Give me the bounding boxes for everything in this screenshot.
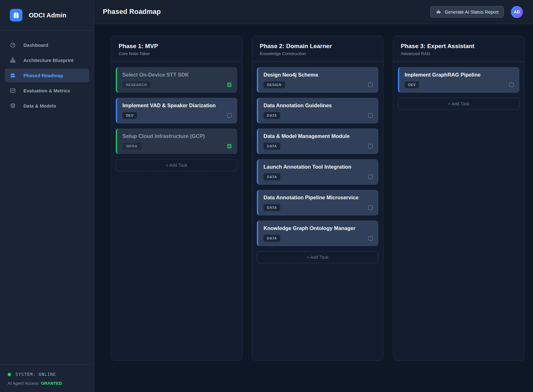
sitemap-icon [10, 57, 16, 63]
generate-button-label: Generate AI Status Report [445, 9, 499, 15]
sidebar-item-evaluation-metrics[interactable]: Evaluation & Metrics [5, 84, 89, 97]
phase-subtitle: Advanced RAG [401, 51, 517, 56]
task-meta: DESIGN [263, 81, 373, 88]
task-tag: DESIGN [263, 81, 285, 88]
phase-subtitle: Knowledge Construction [260, 51, 375, 56]
task-meta: DEV [122, 112, 232, 119]
task-title: Data Annotation Pipeline Microservice [263, 195, 373, 201]
add-task-button[interactable]: + Add Task [257, 251, 378, 263]
task-tag: DEV [122, 112, 137, 119]
task-meta: DATA [263, 143, 373, 150]
database-icon [10, 103, 16, 109]
topbar: Phased Roadmap Generate AI Status Re [94, 0, 533, 24]
column-body: Design Neo4j Schema DESIGN Data Annotati… [252, 62, 383, 269]
task-card[interactable]: Data Annotation Guidelines DATA [257, 98, 378, 123]
brain-logo-icon [10, 9, 22, 22]
roadmap-board: Phase 1: MVP Core Note-Taker Select On-D… [94, 24, 533, 392]
system-status-text: SYSTEM: ONLINE [15, 372, 56, 377]
task-card[interactable]: Launch Annotation Tool Integration DATA [257, 159, 378, 185]
task-meta: DATA [263, 173, 373, 180]
task-tag: RESEARCH [122, 81, 151, 88]
task-card[interactable]: Data Annotation Pipeline Microservice DA… [257, 190, 378, 215]
task-checkbox[interactable] [227, 83, 232, 87]
task-checkbox[interactable] [368, 205, 373, 210]
sidebar-item-data-models[interactable]: Data & Models [5, 99, 89, 113]
robot-icon [436, 9, 442, 15]
chart-line-icon [10, 88, 16, 94]
task-card[interactable]: Setup Cloud Infrastructure (GCP) INFRA [116, 128, 237, 154]
task-title: Design Neo4j Schema [263, 72, 373, 78]
agent-access: AI Agent Access:GRANTED [8, 381, 86, 386]
task-card[interactable]: Design Neo4j Schema DESIGN [257, 67, 378, 93]
task-card[interactable]: Implement GraphRAG Pipeline DEV [398, 67, 519, 93]
task-tag: DEV [405, 81, 419, 88]
task-checkbox[interactable] [368, 175, 373, 179]
task-card[interactable]: Implement VAD & Speaker Diarization DEV [116, 98, 237, 123]
task-card[interactable]: Data & Model Management Module DATA [257, 128, 378, 154]
task-title: Select On-Device STT SDK [122, 72, 232, 78]
app-title: ODCI Admin [29, 12, 66, 19]
topbar-right: Generate AI Status Report AD [430, 6, 523, 18]
task-checkbox[interactable] [509, 83, 514, 87]
task-tag: DATA [263, 204, 280, 211]
task-title: Setup Cloud Infrastructure (GCP) [122, 133, 232, 139]
tasks-icon [10, 72, 16, 78]
checkmark-icon [228, 83, 231, 86]
task-meta: DATA [263, 235, 373, 242]
task-tag: DATA [263, 235, 280, 242]
sidebar-item-architecture-blueprint[interactable]: Architecture Blueprint [5, 53, 89, 67]
task-meta: DATA [263, 204, 373, 211]
column-body: Select On-Device STT SDK RESEARCH Implem… [111, 62, 242, 177]
add-task-button[interactable]: + Add Task [116, 159, 237, 171]
phase-column-header: Phase 1: MVP Core Note-Taker [111, 36, 242, 62]
task-title: Data Annotation Guidelines [263, 103, 373, 109]
task-meta: RESEARCH [122, 81, 232, 88]
task-tag: DATA [263, 173, 280, 180]
sidebar-item-label: Data & Models [23, 103, 56, 109]
phase-title: Phase 1: MVP [119, 43, 234, 50]
task-checkbox[interactable] [227, 144, 232, 148]
task-checkbox[interactable] [368, 144, 373, 148]
add-task-button[interactable]: + Add Task [398, 98, 519, 110]
task-tag: DATA [263, 143, 280, 150]
phase-column-header: Phase 2: Domain Learner Knowledge Constr… [252, 36, 383, 62]
task-title: Knowledge Graph Ontology Manager [263, 225, 373, 231]
task-checkbox[interactable] [368, 83, 373, 87]
phase-title: Phase 2: Domain Learner [260, 43, 375, 50]
task-tag: INFRA [122, 143, 141, 150]
task-checkbox[interactable] [227, 113, 232, 118]
sidebar-nav: Dashboard Architecture Blueprint [0, 31, 94, 120]
agent-access-label: AI Agent Access: [8, 381, 40, 386]
task-meta: DEV [405, 81, 514, 88]
phase-title: Phase 3: Expert Assistant [401, 43, 517, 50]
sidebar-item-label: Dashboard [23, 42, 48, 48]
task-checkbox[interactable] [368, 113, 373, 118]
sidebar-item-phased-roadmap[interactable]: Phased Roadmap [5, 69, 89, 82]
task-meta: DATA [263, 112, 373, 119]
board-grid: Phase 1: MVP Core Note-Taker Select On-D… [111, 36, 524, 361]
system-status: SYSTEM: ONLINE [8, 372, 86, 377]
task-title: Implement GraphRAG Pipeline [405, 72, 514, 78]
task-card[interactable]: Select On-Device STT SDK RESEARCH [116, 67, 237, 93]
sidebar-item-label: Phased Roadmap [23, 73, 63, 78]
online-status-dot-icon [8, 373, 11, 376]
phase-subtitle: Core Note-Taker [119, 51, 234, 56]
page-title: Phased Roadmap [103, 8, 161, 16]
checkmark-icon [228, 145, 231, 148]
column-body: Implement GraphRAG Pipeline DEV + Add Ta… [393, 62, 524, 115]
brand: ODCI Admin [0, 0, 94, 31]
task-title: Implement VAD & Speaker Diarization [122, 103, 232, 109]
task-checkbox[interactable] [368, 236, 373, 240]
phase-column: Phase 1: MVP Core Note-Taker Select On-D… [111, 36, 242, 361]
phase-column-header: Phase 3: Expert Assistant Advanced RAG [393, 36, 524, 62]
task-meta: INFRA [122, 143, 232, 150]
avatar-initials: AD [514, 9, 520, 14]
avatar[interactable]: AD [511, 6, 523, 18]
sidebar: ODCI Admin Dashboard [0, 0, 94, 392]
task-card[interactable]: Knowledge Graph Ontology Manager DATA [257, 221, 378, 246]
agent-access-value: GRANTED [41, 381, 62, 386]
sidebar-item-dashboard[interactable]: Dashboard [5, 38, 89, 52]
generate-ai-status-report-button[interactable]: Generate AI Status Report [430, 6, 504, 18]
task-title: Data & Model Management Module [263, 133, 373, 139]
task-tag: DATA [263, 112, 280, 119]
